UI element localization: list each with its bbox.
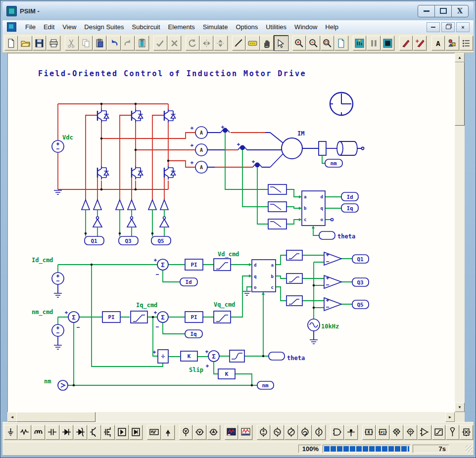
- pwm-comparator-1[interactable]: [324, 252, 341, 265]
- scroll-right-button[interactable]: ►: [445, 412, 455, 422]
- pwm-comparator-2[interactable]: [324, 275, 341, 288]
- probe-current-button[interactable]: [413, 36, 427, 50]
- horizontal-scroll-thumb[interactable]: [16, 412, 95, 422]
- iq-pi-controller[interactable]: [185, 312, 203, 322]
- ground-tool[interactable]: [4, 425, 17, 440]
- zoom-in-button[interactable]: [292, 36, 306, 50]
- igbt-tool[interactable]: [88, 425, 101, 440]
- apply-button[interactable]: [153, 36, 167, 50]
- voltmeter-tool[interactable]: [179, 425, 192, 440]
- scope-2ch-tool[interactable]: [225, 425, 238, 440]
- limiter-tool[interactable]: [432, 425, 445, 440]
- child-close-button[interactable]: ×: [456, 22, 470, 32]
- capacitor-tool[interactable]: [46, 425, 59, 440]
- element-list-button[interactable]: [460, 36, 473, 50]
- mechanical-load[interactable]: [337, 141, 364, 155]
- mosfet-tool[interactable]: [101, 425, 115, 440]
- horizontal-scrollbar[interactable]: ◄ ►: [7, 412, 455, 422]
- slip-sum-junction[interactable]: [208, 351, 219, 362]
- flip-horizontal-button[interactable]: [200, 36, 213, 50]
- element-palette-button[interactable]: [445, 36, 459, 50]
- phase-a-limiter[interactable]: [286, 250, 302, 260]
- zener-tool[interactable]: [74, 425, 87, 440]
- draw-wire-button[interactable]: [232, 36, 245, 50]
- ammeters[interactable]: [195, 127, 207, 173]
- new-button[interactable]: [4, 36, 18, 50]
- cancel-button[interactable]: [168, 36, 181, 50]
- undo-button[interactable]: [107, 36, 120, 50]
- vertical-scrollbar[interactable]: ▲ ▼: [455, 53, 465, 412]
- vertical-scroll-thumb[interactable]: [455, 62, 465, 126]
- pwm-comparator-3[interactable]: [324, 298, 341, 311]
- menu-window[interactable]: Window: [290, 22, 321, 32]
- label-button[interactable]: [246, 36, 259, 50]
- voltage-sensor-tool[interactable]: [193, 425, 206, 440]
- id-cmd-source[interactable]: [52, 273, 64, 284]
- flip-vertical-button[interactable]: [214, 36, 227, 50]
- scope-1ch-tool[interactable]: [238, 425, 252, 440]
- speed-sum-junction[interactable]: [68, 312, 79, 322]
- menu-simulate[interactable]: Simulate: [199, 22, 232, 32]
- clipboard-view-button[interactable]: [135, 36, 148, 50]
- slip-gain-block[interactable]: [181, 351, 197, 361]
- menu-edit[interactable]: Edit: [40, 22, 58, 32]
- print-button[interactable]: [47, 36, 60, 50]
- node-probe-tool[interactable]: [344, 425, 358, 440]
- speed-probe[interactable]: [58, 380, 68, 390]
- integrator-block[interactable]: [230, 350, 244, 362]
- zoom-area-button[interactable]: [321, 36, 334, 50]
- dc-bus-wires[interactable]: [58, 104, 265, 200]
- mux-tool[interactable]: [460, 425, 473, 440]
- child-minimize-button[interactable]: [427, 22, 440, 32]
- text-tool-button[interactable]: A: [431, 36, 445, 50]
- iq-sum-junction[interactable]: [157, 312, 168, 322]
- open-button[interactable]: [18, 36, 32, 50]
- three-phase-source-tool[interactable]: [298, 425, 312, 440]
- stop-simulation-button[interactable]: [381, 36, 394, 50]
- gate-signal-tags[interactable]: Q1 Q3 Q5: [85, 236, 171, 245]
- id-sum-junction[interactable]: [157, 259, 168, 270]
- speed-pi-controller[interactable]: [102, 312, 120, 322]
- minimize-button[interactable]: [418, 5, 435, 17]
- menu-file[interactable]: File: [21, 22, 40, 32]
- nm-speed-tag[interactable]: nm: [322, 155, 342, 167]
- carrier-source[interactable]: 10kHz: [308, 319, 339, 331]
- child-restore-button[interactable]: [441, 22, 455, 32]
- comparator-tool[interactable]: [418, 425, 431, 440]
- phase-wires[interactable]: [207, 133, 283, 167]
- simulation-clock[interactable]: [330, 92, 353, 115]
- vdc-source[interactable]: Vdc: [52, 134, 73, 152]
- scroll-left-button[interactable]: ◄: [7, 412, 17, 422]
- select-button[interactable]: [274, 36, 287, 50]
- current-sensor-tool[interactable]: [207, 425, 220, 440]
- inductor-tool[interactable]: [32, 425, 45, 440]
- menu-help[interactable]: Help: [321, 22, 342, 32]
- id-pi-controller[interactable]: [185, 259, 203, 270]
- pan-button[interactable]: [260, 36, 274, 50]
- square-wave-source-tool[interactable]: [147, 425, 160, 440]
- phase-c-limiter[interactable]: [286, 296, 302, 306]
- maximize-button[interactable]: [435, 5, 452, 17]
- divider-block[interactable]: ÷: [158, 350, 168, 363]
- title-bar[interactable]: PSIM - X: [2, 2, 474, 20]
- ac-source-tool[interactable]: [271, 425, 284, 440]
- menu-design-suites[interactable]: Design Suites: [80, 22, 128, 32]
- abc-dq-transform[interactable]: a b c d q o Id Iq theta: [225, 133, 358, 240]
- thyristor-module-tool[interactable]: [115, 425, 129, 440]
- resize-grip[interactable]: [466, 445, 473, 452]
- iq-limiter[interactable]: [131, 311, 147, 323]
- paste-button[interactable]: [93, 36, 106, 50]
- save-button[interactable]: [33, 36, 46, 50]
- pause-simulation-button[interactable]: [367, 36, 380, 50]
- menu-elements[interactable]: Elements: [164, 22, 199, 32]
- gate-drivers[interactable]: [82, 200, 169, 236]
- induction-motor[interactable]: IM: [282, 130, 304, 159]
- on-off-switch-tool[interactable]: [446, 425, 459, 440]
- nm-cmd-source[interactable]: [52, 324, 64, 336]
- fit-page-button[interactable]: [334, 36, 348, 50]
- speed-gain-block[interactable]: [218, 369, 235, 379]
- copy-button[interactable]: [79, 36, 93, 50]
- dc-source-tool[interactable]: [257, 425, 270, 440]
- schematic-canvas[interactable]: Σ PI K A Field-Oriented Control of Induc…: [7, 53, 455, 412]
- gain-block-tool[interactable]: K: [362, 425, 376, 440]
